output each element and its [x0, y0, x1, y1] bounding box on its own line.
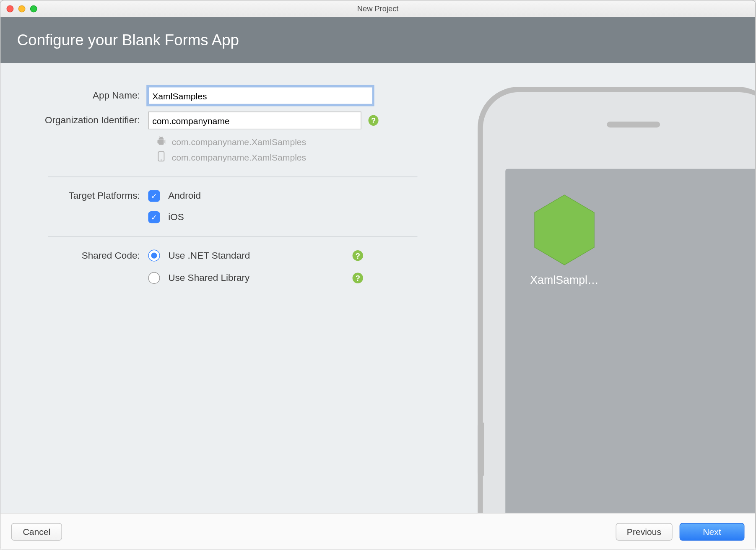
org-id-row: Organization Identifier: ? [24, 112, 431, 129]
next-button[interactable]: Next [680, 523, 745, 540]
android-bundle-preview: com.companyname.XamlSamples [24, 136, 431, 148]
new-project-window: New Project Configure your Blank Forms A… [0, 0, 756, 550]
shared-library-label: Use Shared Library [168, 272, 345, 283]
hexagon-icon [532, 192, 597, 267]
platforms-ios-row: ✓ iOS [24, 211, 431, 223]
phone-speaker-icon [607, 122, 660, 127]
preview-phone: XamlSampl… [478, 87, 755, 513]
svg-marker-2 [535, 195, 594, 265]
footer: Cancel Previous Next [0, 513, 755, 550]
phone-icon [156, 151, 166, 163]
android-icon [156, 136, 166, 148]
net-standard-label: Use .NET Standard [168, 250, 345, 261]
net-standard-help-icon[interactable]: ? [353, 250, 363, 261]
app-name-label: App Name: [24, 90, 148, 101]
form-area: App Name: Organization Identifier: ? [0, 63, 478, 513]
org-id-input[interactable] [148, 112, 361, 129]
previous-button[interactable]: Previous [616, 523, 673, 540]
org-id-help-icon[interactable]: ? [369, 115, 379, 126]
preview-app-icon: XamlSampl… [523, 192, 605, 287]
titlebar: New Project [0, 0, 755, 17]
content-area: App Name: Organization Identifier: ? [0, 63, 755, 513]
android-checkbox[interactable]: ✓ [148, 190, 160, 202]
svg-point-1 [161, 159, 162, 161]
page-header: Configure your Blank Forms App [0, 17, 755, 63]
page-title: Configure your Blank Forms App [17, 31, 239, 49]
ios-bundle-preview: com.companyname.XamlSamples [24, 151, 431, 163]
app-name-input[interactable] [148, 87, 372, 104]
platforms-label: Target Platforms: [24, 191, 148, 201]
phone-button-icon [478, 423, 484, 476]
platforms-android-row: Target Platforms: ✓ Android [24, 190, 431, 202]
shared-library-radio[interactable] [148, 272, 160, 284]
ios-checkbox-label: iOS [168, 212, 184, 222]
window-title: New Project [0, 4, 755, 13]
net-standard-radio[interactable] [148, 250, 160, 262]
android-checkbox-label: Android [168, 191, 201, 201]
preview-app-label: XamlSampl… [520, 274, 608, 287]
phone-body: XamlSampl… [478, 87, 755, 513]
ios-bundle-text: com.companyname.XamlSamples [172, 152, 306, 162]
preview-panel: XamlSampl… [478, 63, 755, 513]
android-bundle-text: com.companyname.XamlSamples [172, 137, 306, 147]
shared-library-help-icon[interactable]: ? [353, 272, 363, 283]
phone-screen: XamlSampl… [505, 169, 755, 513]
org-id-label: Organization Identifier: [24, 115, 148, 126]
shared-code-row-lib: Use Shared Library ? [24, 272, 431, 284]
divider [48, 236, 417, 236]
app-name-row: App Name: [24, 87, 431, 104]
shared-code-label: Shared Code: [24, 250, 148, 261]
shared-code-row-std: Shared Code: Use .NET Standard ? [24, 250, 431, 262]
ios-checkbox[interactable]: ✓ [148, 211, 160, 223]
cancel-button[interactable]: Cancel [11, 523, 62, 540]
divider [48, 176, 417, 177]
